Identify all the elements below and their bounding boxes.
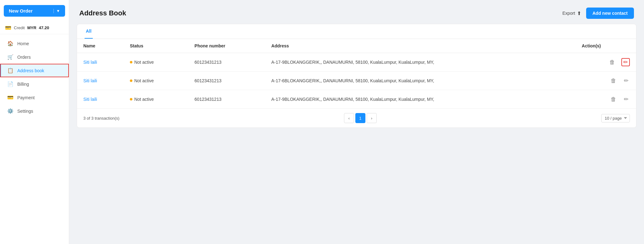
col-phone: Phone number	[188, 39, 265, 53]
payment-icon: 💳	[7, 95, 14, 100]
header-actions: Export ⬆ Add new contact	[563, 8, 634, 19]
page-header: Address Book Export ⬆ Add new contact	[69, 0, 644, 24]
nav-label-payment: Payment	[17, 95, 35, 100]
pagination: ‹ 1 ›	[344, 113, 377, 123]
cell-address-0: A-17-9BLOKANGGERIK,, DANAUMURNI, 58100, …	[265, 53, 575, 72]
contact-name-link-2[interactable]: Siti laili	[83, 97, 97, 102]
status-dot-2	[130, 98, 132, 100]
chevron-down-icon: ▼	[53, 9, 60, 13]
sidebar-item-billing[interactable]: 📄 Billing	[0, 77, 69, 91]
nav-label-address-book: Address book	[17, 68, 44, 73]
export-button[interactable]: Export ⬆	[563, 10, 581, 16]
edit-button-1[interactable]: ✏	[623, 77, 630, 85]
new-order-button[interactable]: New Order ▼	[4, 5, 65, 17]
sidebar-item-address-book[interactable]: 📋 Address book	[0, 64, 69, 77]
nav-label-settings: Settings	[17, 109, 33, 114]
edit-button-2[interactable]: ✏	[623, 95, 630, 103]
credit-currency: MYR	[27, 25, 36, 30]
credit-display: 💳 Credit MYR 47.20	[0, 22, 69, 34]
delete-button-0[interactable]: 🗑	[608, 58, 616, 66]
credit-amount: 47.20	[39, 25, 49, 30]
tab-all[interactable]: All	[85, 24, 93, 39]
add-contact-button[interactable]: Add new contact	[586, 8, 634, 19]
nav-label-billing: Billing	[17, 82, 29, 87]
status-text-2: Not active	[134, 97, 154, 102]
status-dot-0	[130, 61, 132, 63]
cell-address-2: A-17-9BLOKANGGERIK,, DANAUMURNI, 58100, …	[265, 90, 575, 109]
prev-page-button[interactable]: ‹	[344, 113, 354, 123]
cell-actions-1: 🗑 ✏	[575, 72, 636, 90]
address-book-icon: 📋	[7, 68, 14, 73]
col-address: Address	[265, 39, 575, 53]
cell-status-0: Not active	[124, 53, 188, 72]
sidebar-item-home[interactable]: 🏠 Home	[0, 37, 69, 50]
main-content: Address Book Export ⬆ Add new contact Al…	[69, 0, 644, 244]
page-1-button[interactable]: 1	[355, 113, 365, 123]
cell-phone-1: 60123431213	[188, 72, 265, 90]
cell-name-2: Siti laili	[77, 90, 124, 109]
cell-address-1: A-17-6BLOKANGGERIK,, DANAUMURNI, 58100, …	[265, 72, 575, 90]
sidebar: New Order ▼ 💳 Credit MYR 47.20 🏠 Home 🛒 …	[0, 0, 69, 244]
edit-button-0[interactable]: ✏	[621, 58, 630, 66]
col-actions: Action(s)	[575, 39, 636, 53]
cell-name-1: Siti laili	[77, 72, 124, 90]
sidebar-item-settings[interactable]: ⚙️ Settings	[0, 104, 69, 118]
home-icon: 🏠	[7, 41, 14, 46]
next-page-button[interactable]: ›	[367, 113, 377, 123]
table-row: Siti laili Not active 60123431213 A-17-9…	[77, 53, 636, 72]
export-label: Export	[563, 11, 575, 16]
col-name: Name	[77, 39, 124, 53]
sidebar-item-orders[interactable]: 🛒 Orders	[0, 50, 69, 64]
status-dot-1	[130, 79, 132, 82]
delete-button-2[interactable]: 🗑	[609, 95, 618, 103]
sidebar-item-payment[interactable]: 💳 Payment	[0, 91, 69, 104]
table-body: Siti laili Not active 60123431213 A-17-9…	[77, 53, 636, 109]
cell-status-2: Not active	[124, 90, 188, 109]
cell-status-1: Not active	[124, 72, 188, 90]
address-book-card: All Name Status Phone number Address Act…	[77, 24, 636, 128]
cell-actions-0: 🗑 ✏	[575, 53, 636, 72]
cell-actions-2: 🗑 ✏	[575, 90, 636, 109]
col-status: Status	[124, 39, 188, 53]
per-page-select[interactable]: 10 / page 20 / page 50 / page	[601, 114, 630, 122]
cell-phone-0: 60123431213	[188, 53, 265, 72]
contact-name-link-0[interactable]: Siti laili	[83, 60, 97, 65]
contacts-table: Name Status Phone number Address Action(…	[77, 39, 636, 108]
settings-icon: ⚙️	[7, 108, 14, 114]
new-order-label: New Order	[9, 8, 33, 14]
page-title: Address Book	[79, 9, 126, 17]
orders-icon: 🛒	[7, 54, 14, 60]
nav-label-orders: Orders	[17, 55, 31, 60]
table-row: Siti laili Not active 60123431213 A-17-9…	[77, 90, 636, 109]
contact-name-link-1[interactable]: Siti laili	[83, 78, 97, 83]
credit-card-icon: 💳	[5, 25, 11, 31]
status-text-0: Not active	[134, 60, 154, 65]
credit-label: Credit	[14, 25, 25, 30]
delete-button-1[interactable]: 🗑	[609, 77, 618, 85]
status-text-1: Not active	[134, 78, 154, 83]
export-icon: ⬆	[577, 10, 581, 16]
transaction-count: 3 of 3 transaction(s)	[83, 116, 119, 121]
tab-bar: All	[77, 24, 636, 39]
table-footer: 3 of 3 transaction(s) ‹ 1 › 10 / page 20…	[77, 108, 636, 127]
nav-label-home: Home	[17, 41, 29, 46]
table-row: Siti laili Not active 60123431213 A-17-6…	[77, 72, 636, 90]
cell-name-0: Siti laili	[77, 53, 124, 72]
nav-list: 🏠 Home 🛒 Orders 📋 Address book 📄 Billing…	[0, 37, 69, 118]
cell-phone-2: 60123431213	[188, 90, 265, 109]
billing-icon: 📄	[7, 81, 14, 87]
